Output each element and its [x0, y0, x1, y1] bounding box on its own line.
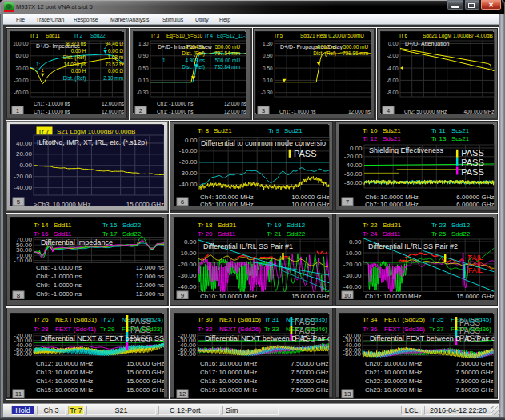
- svg-text:15.0000 GHz: 15.0000 GHz: [126, 201, 164, 208]
- svg-text:Tr 5: Tr 5: [274, 33, 283, 38]
- svg-text:-20.00: -20.00: [343, 261, 362, 268]
- svg-text:20.00: 20.00: [16, 150, 33, 158]
- svg-text:0.10: 0.10: [263, 78, 273, 83]
- svg-text:NEXT (Sdd15): NEXT (Sdd15): [219, 316, 261, 323]
- svg-text:0.00 Ω: 0.00 Ω: [108, 48, 123, 54]
- svg-text:Ch7: 10.0000 MHz: Ch7: 10.0000 MHz: [365, 201, 419, 208]
- svg-text:Tr 28: Tr 28: [34, 326, 49, 333]
- svg-text:1.30: 1.30: [263, 41, 273, 46]
- svg-text:4.654 ns: 4.654 ns: [185, 44, 205, 50]
- svg-text:Ch5: 100.000 MHz: Ch5: 100.000 MHz: [200, 201, 254, 208]
- svg-text:7.50000 GHz: 7.50000 GHz: [291, 386, 328, 394]
- svg-text:1: 1: [16, 107, 20, 114]
- svg-text:Ch9: -1.0000 ns: Ch9: -1.0000 ns: [36, 290, 82, 298]
- svg-text:Tr 1: Tr 1: [30, 33, 39, 38]
- svg-text:0.00: 0.00: [185, 137, 198, 144]
- svg-text:Dist. (Ref): Dist. (Ref): [63, 75, 86, 82]
- svg-text:0.00 H: 0.00 H: [71, 68, 86, 74]
- svg-text:-10.00: -10.00: [179, 147, 198, 154]
- svg-text:S21 LogM 10.00dB/ 0.00dB: S21 LogM 10.00dB/ 0.00dB: [57, 128, 135, 135]
- svg-text:500.00 mU: 500.00 mU: [215, 44, 241, 50]
- svg-text:Tr 8: Tr 8: [198, 127, 209, 134]
- svg-text:Sdd21: Sdd21: [218, 222, 237, 229]
- svg-text:-60.00: -60.00: [14, 90, 29, 95]
- svg-text:-40.00: -40.00: [343, 283, 362, 290]
- svg-text:7.50000 GHz: 7.50000 GHz: [455, 378, 493, 385]
- svg-text:-8.00: -8.00: [387, 90, 399, 95]
- svg-text:Eq=S10_9=S10: Eq=S10_9=S10: [166, 33, 203, 39]
- svg-text:1:: 1:: [162, 58, 167, 63]
- svg-text:15.0000 GHz: 15.0000 GHz: [126, 360, 164, 367]
- svg-text:15.0000 GHz: 15.0000 GHz: [126, 369, 164, 376]
- svg-text:-10.00: -10.00: [343, 250, 362, 257]
- svg-text:12.000 ns: 12.000 ns: [102, 101, 124, 106]
- svg-text:9: 9: [181, 292, 185, 299]
- svg-text:Ch20: 10.0000 MHz: Ch20: 10.0000 MHz: [365, 360, 422, 367]
- svg-text:-10.00: -10.00: [14, 257, 32, 264]
- svg-text:Ch1: -1.0000 ns: Ch1: -1.0000 ns: [34, 109, 70, 114]
- svg-text:Dist. (Ref): Dist. (Ref): [313, 50, 336, 57]
- svg-text:0.00: 0.00: [19, 162, 32, 169]
- svg-text:-80.00: -80.00: [344, 179, 363, 186]
- svg-text:-60.00: -60.00: [14, 350, 32, 358]
- svg-text:Ch8: -1.0000 ns: Ch8: -1.0000 ns: [36, 273, 82, 280]
- svg-text:Sdd12: Sdd12: [451, 222, 471, 229]
- svg-text:4: 4: [387, 107, 391, 114]
- svg-text:PASS: PASS: [461, 148, 484, 158]
- svg-text:0.00 Ω: 0.00 Ω: [108, 68, 123, 74]
- svg-text:20.00: 20.00: [16, 66, 29, 71]
- svg-text:Ch15: 10.0000 MHz: Ch15: 10.0000 MHz: [36, 386, 93, 394]
- svg-text:Ch16: 10.0000 MHz: Ch16: 10.0000 MHz: [200, 360, 257, 367]
- svg-text:-2.00: -2.00: [387, 53, 399, 58]
- svg-text:10.0000 GHz: 10.0000 GHz: [291, 201, 329, 208]
- svg-text:100.00: 100.00: [13, 41, 29, 46]
- svg-text:-40.00: -40.00: [344, 162, 363, 169]
- svg-text:Tr 27: Tr 27: [100, 316, 115, 323]
- svg-text:Sdd11: Sdd11: [54, 230, 72, 238]
- svg-text:Shielding Effectiveness: Shielding Effectiveness: [369, 146, 443, 154]
- svg-text:Tr 30: Tr 30: [198, 316, 213, 323]
- svg-text:FEXT (Sdd41): FEXT (Sdd41): [55, 326, 96, 333]
- svg-text:12.000 ns: 12.000 ns: [136, 290, 164, 298]
- svg-text:40.00: 40.00: [16, 140, 33, 147]
- svg-text:1.30: 1.30: [138, 41, 149, 46]
- svg-text:12.000 ns: 12.000 ns: [136, 273, 164, 280]
- svg-text:D+/D- Attenuation: D+/D- Attenuation: [405, 41, 450, 46]
- svg-text:14.000 ps: 14.000 ps: [63, 62, 86, 68]
- svg-text:Ch9: -1.0000 ns: Ch9: -1.0000 ns: [36, 282, 82, 289]
- svg-text:15.0000 GHz: 15.0000 GHz: [126, 386, 164, 394]
- svg-text:7.50000 GHz: 7.50000 GHz: [291, 378, 328, 385]
- svg-text:Sdd22: Sdd22: [122, 222, 142, 229]
- svg-text:Tr 11: Tr 11: [431, 127, 446, 134]
- svg-text:Tr 37: Tr 37: [429, 326, 444, 333]
- svg-text:Dist. (Ref): Dist. (Ref): [182, 64, 205, 70]
- svg-text:400.000 MHz: 400.000 MHz: [463, 109, 494, 114]
- svg-text:-40.00: -40.00: [14, 184, 32, 191]
- svg-text:-30.00: -30.00: [179, 170, 198, 177]
- svg-text:11: 11: [15, 390, 22, 398]
- svg-text:Tr 2: Tr 2: [74, 33, 83, 38]
- svg-text:-60.00: -60.00: [178, 350, 196, 358]
- svg-text:Differential FEXT between D+/D: Differential FEXT between D+/D- Pair o: [370, 334, 495, 342]
- svg-text:Tr 19: Tr 19: [267, 222, 282, 229]
- svg-text:NEXT (Sdd26): NEXT (Sdd26): [219, 326, 261, 333]
- svg-text:PASS: PASS: [461, 158, 484, 167]
- svg-text:Ch1: -1.0000 ns: Ch1: -1.0000 ns: [34, 101, 70, 106]
- svg-text:Differential to common mode co: Differential to common mode conversio: [201, 139, 326, 147]
- svg-text:-30.00: -30.00: [343, 272, 362, 279]
- svg-text:Dist. (Ref): Dist. (Ref): [182, 50, 205, 57]
- svg-text:15.0000 GHz: 15.0000 GHz: [126, 378, 164, 385]
- svg-text:8.373 ns: 8.373 ns: [66, 41, 86, 46]
- svg-text:Tr 26: Tr 26: [34, 316, 49, 323]
- svg-text:Ch1: -1.0000 ns: Ch1: -1.0000 ns: [279, 109, 315, 114]
- svg-text:Ch6: 10.0000 MHz: Ch6: 10.0000 MHz: [365, 194, 419, 201]
- svg-text:0.00: 0.00: [184, 238, 197, 246]
- svg-text:15.0000 GHz: 15.0000 GHz: [291, 293, 329, 300]
- svg-text:Sdd22: Sdd22: [287, 230, 306, 238]
- svg-text:-10.00: -10.00: [178, 250, 197, 257]
- svg-text:-0.30: -0.30: [261, 90, 273, 95]
- svg-text:-20.00: -20.00: [14, 173, 32, 180]
- svg-text:Scd21: Scd21: [214, 127, 232, 134]
- svg-text:Sds21: Sds21: [383, 135, 401, 142]
- svg-text:Ch1: -1.0000 ns: Ch1: -1.0000 ns: [157, 101, 193, 106]
